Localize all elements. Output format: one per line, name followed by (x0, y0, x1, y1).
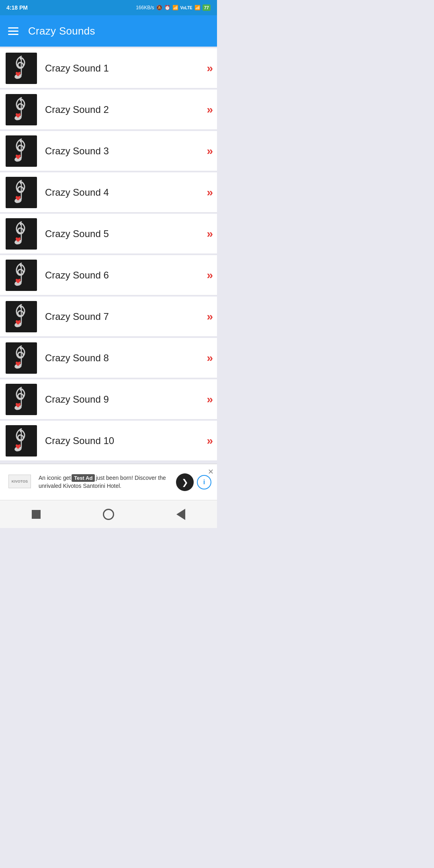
sound-name-6: Crazy Sound 6 (37, 270, 207, 281)
app-header: Crazy Sounds (0, 15, 217, 47)
alarm-icon: ⏰ (164, 5, 170, 10)
sound-name-3: Crazy Sound 3 (37, 145, 207, 157)
ad-close-button[interactable]: ✕ (208, 467, 214, 476)
sound-thumb-5 (6, 218, 37, 250)
chevron-icon-2: » (207, 104, 211, 115)
status-right: 166KB/s 🔕 ⏰ 📶 VoLTE 📶 77 (136, 4, 211, 11)
ad-logo-box: KIVOTOS (8, 475, 31, 488)
stop-icon (32, 510, 41, 519)
chevron-icon-5: » (207, 228, 211, 240)
back-icon (176, 509, 185, 520)
sound-list: Crazy Sound 1» Crazy Sound 2» Crazy Soun… (0, 47, 217, 464)
chevron-icon-1: » (207, 63, 211, 74)
home-icon (103, 509, 114, 520)
ad-test-label: Test Ad (72, 474, 95, 482)
ad-text: An iconic getTest Adjust been born! Disc… (39, 474, 173, 490)
sound-name-9: Crazy Sound 9 (37, 394, 207, 405)
sound-name-8: Crazy Sound 8 (37, 352, 207, 364)
music-note-icon (9, 303, 33, 331)
lte-icon: VoLTE (180, 6, 192, 10)
sound-thumb-4 (6, 177, 37, 208)
sound-name-2: Crazy Sound 2 (37, 104, 207, 115)
hamburger-line-1 (8, 27, 18, 29)
ad-go-button[interactable]: ❯ (176, 473, 194, 491)
status-time: 4:18 PM (6, 4, 28, 11)
bottom-navigation (0, 500, 217, 528)
sound-thumb-8 (6, 342, 37, 374)
sound-name-7: Crazy Sound 7 (37, 311, 207, 322)
mute-icon: 🔕 (156, 5, 162, 10)
sound-thumb-10 (6, 425, 37, 457)
music-note-icon (9, 385, 33, 414)
sound-item-8[interactable]: Crazy Sound 8» (0, 338, 217, 378)
music-note-icon (9, 96, 33, 124)
sound-item-7[interactable]: Crazy Sound 7» (0, 297, 217, 337)
chevron-icon-4: » (207, 187, 211, 198)
wifi-icon: 📶 (194, 5, 201, 10)
music-note-icon (9, 344, 33, 372)
sound-name-10: Crazy Sound 10 (37, 435, 207, 446)
chevron-icon-7: » (207, 311, 211, 322)
sound-item-3[interactable]: Crazy Sound 3» (0, 131, 217, 171)
music-note-icon (9, 261, 33, 289)
ad-actions: ❯ i (176, 473, 211, 491)
chevron-icon-9: » (207, 394, 211, 405)
chevron-icon-10: » (207, 435, 211, 446)
back-button[interactable] (173, 506, 189, 522)
sound-thumb-1 (6, 53, 37, 84)
ad-info-button[interactable]: i (197, 475, 211, 489)
ad-banner: KIVOTOS An iconic getTest Adjust been bo… (0, 464, 217, 500)
music-note-icon (9, 220, 33, 248)
stop-button[interactable] (28, 506, 44, 522)
sound-item-4[interactable]: Crazy Sound 4» (0, 172, 217, 213)
home-button[interactable] (100, 506, 117, 522)
sound-thumb-7 (6, 301, 37, 332)
battery-indicator: 77 (203, 4, 211, 11)
chevron-icon-3: » (207, 145, 211, 157)
hamburger-line-2 (8, 31, 18, 32)
sound-item-10[interactable]: Crazy Sound 10» (0, 421, 217, 461)
music-note-icon (9, 54, 33, 82)
sound-name-1: Crazy Sound 1 (37, 63, 207, 74)
sound-thumb-6 (6, 260, 37, 291)
signal-icon: 📶 (172, 5, 178, 10)
sound-item-9[interactable]: Crazy Sound 9» (0, 379, 217, 420)
sound-thumb-9 (6, 384, 37, 415)
app-title: Crazy Sounds (28, 25, 95, 37)
sound-item-1[interactable]: Crazy Sound 1» (0, 48, 217, 88)
music-note-icon (9, 137, 33, 165)
music-note-icon (9, 178, 33, 207)
status-bar: 4:18 PM 166KB/s 🔕 ⏰ 📶 VoLTE 📶 77 (0, 0, 217, 15)
chevron-icon-8: » (207, 352, 211, 364)
network-speed: 166KB/s (136, 5, 154, 10)
sound-thumb-2 (6, 94, 37, 125)
music-note-icon (9, 427, 33, 455)
ad-logo: KIVOTOS (6, 475, 34, 489)
sound-item-5[interactable]: Crazy Sound 5» (0, 214, 217, 254)
sound-name-5: Crazy Sound 5 (37, 228, 207, 240)
sound-item-6[interactable]: Crazy Sound 6» (0, 255, 217, 295)
menu-button[interactable] (8, 27, 18, 35)
hamburger-line-3 (8, 34, 18, 35)
sound-thumb-3 (6, 135, 37, 167)
sound-name-4: Crazy Sound 4 (37, 187, 207, 198)
chevron-icon-6: » (207, 270, 211, 281)
sound-item-2[interactable]: Crazy Sound 2» (0, 90, 217, 130)
